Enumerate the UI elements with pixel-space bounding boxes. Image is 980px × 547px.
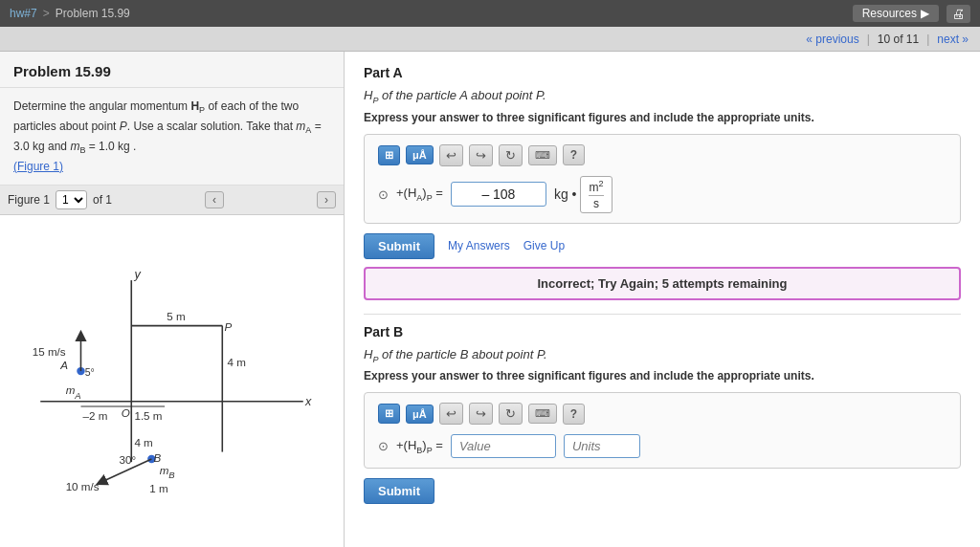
part-a-unit-display: kg • m2 s <box>554 176 612 213</box>
resources-chevron-icon: ▶ <box>921 7 929 20</box>
part-b-toolbar: ⊞ μÅ ↩ ↪ ↻ ⌨ ? <box>378 403 947 425</box>
mu-label: μÅ <box>412 149 427 161</box>
part-b-action-row: Submit <box>364 478 961 504</box>
nav-separator: > <box>43 7 50 20</box>
part-a-submit-button[interactable]: Submit <box>364 233 434 259</box>
resources-button[interactable]: Resources ▶ <box>853 5 939 22</box>
my-answers-link[interactable]: My Answers <box>448 239 510 252</box>
svg-text:m: m <box>160 463 169 475</box>
incorrect-message: Incorrect; Try Again; 5 attempts remaini… <box>364 267 961 300</box>
figure-link[interactable]: (Figure 1) <box>13 160 63 173</box>
part-a-input-row: ⊙ +(HA)P = kg • m2 s <box>378 176 947 213</box>
redo-button[interactable]: ↪ <box>469 144 493 166</box>
svg-text:B: B <box>168 470 175 480</box>
unit-numerator: m2 <box>589 179 603 196</box>
svg-text:1 m: 1 m <box>149 481 167 493</box>
part-b-matrix-button[interactable]: ⊞ <box>378 404 400 424</box>
part-b-submit-button[interactable]: Submit <box>364 478 434 504</box>
hw-link[interactable]: hw#7 <box>10 7 37 20</box>
svg-text:P: P <box>224 320 232 333</box>
figure-area: y x O 5 m P 4 m A 15 m/s <box>0 215 344 547</box>
figure-svg: y x O 5 m P 4 m A 15 m/s <box>0 215 344 547</box>
nav-problem-title: Problem 15.99 <box>56 7 130 20</box>
left-panel: Problem 15.99 Determine the angular mome… <box>0 52 345 547</box>
svg-text:m: m <box>66 383 76 396</box>
resources-label: Resources <box>862 7 917 20</box>
give-up-link[interactable]: Give Up <box>523 239 565 252</box>
part-b-mu-button[interactable]: μÅ <box>406 405 434 424</box>
part-b-keyboard-button[interactable]: ⌨ <box>528 404 557 424</box>
pagination-bar: « previous | 10 of 11 | next » <box>0 27 980 52</box>
unit-denominator: s <box>593 197 599 210</box>
part-a-label: Part A <box>364 65 961 80</box>
svg-text:x: x <box>304 395 312 408</box>
part-a-instruction: Express your answer to three significant… <box>364 111 961 124</box>
part-a-answer-box: ⊞ μÅ ↩ ↪ ↻ ⌨ ? ⊙ +(HA)P = kg • m2 <box>364 134 961 224</box>
svg-text:4 m: 4 m <box>134 436 152 449</box>
svg-text:5°: 5° <box>85 366 95 378</box>
unit-prefix: kg • <box>554 186 577 202</box>
svg-text:O: O <box>122 405 130 418</box>
figure-controls: Figure 1 1 of 1 ‹ › <box>0 186 344 215</box>
keyboard-button[interactable]: ⌨ <box>528 145 557 165</box>
part-b-undo-button[interactable]: ↩ <box>439 403 463 425</box>
svg-text:15 m/s: 15 m/s <box>33 345 66 358</box>
part-b-circle-icon: ⊙ <box>378 439 389 453</box>
part-b-answer-box: ⊞ μÅ ↩ ↪ ↻ ⌨ ? ⊙ +(HB)P = <box>364 392 961 469</box>
divider <box>364 314 961 315</box>
svg-text:1.5 m: 1.5 m <box>134 408 162 421</box>
part-b-redo-button[interactable]: ↪ <box>469 403 493 425</box>
undo-button[interactable]: ↩ <box>439 144 463 166</box>
matrix-button[interactable]: ⊞ <box>378 145 400 165</box>
part-a-value-input[interactable] <box>451 182 546 207</box>
print-icon: 🖨 <box>952 7 965 21</box>
top-nav: hw#7 > Problem 15.99 Resources ▶ 🖨 <box>0 0 980 27</box>
part-b-mu-label: μÅ <box>412 408 427 420</box>
figure-select[interactable]: 1 <box>56 190 87 209</box>
previous-link[interactable]: « previous <box>806 33 858 46</box>
part-b-input-row: ⊙ +(HB)P = <box>378 434 947 458</box>
part-b-instruction: Express your answer to three significant… <box>364 369 961 383</box>
svg-text:A: A <box>59 359 68 371</box>
svg-text:B: B <box>153 451 161 464</box>
figure-of: of 1 <box>93 193 112 207</box>
part-a-toolbar: ⊞ μÅ ↩ ↪ ↻ ⌨ ? <box>378 144 947 166</box>
svg-text:5 m: 5 m <box>167 310 185 322</box>
svg-text:30°: 30° <box>120 453 137 466</box>
refresh-button[interactable]: ↻ <box>499 144 523 166</box>
print-button[interactable]: 🖨 <box>947 5 970 23</box>
part-a-question: HP of the particle A about point P. <box>364 88 961 105</box>
circle-icon: ⊙ <box>378 187 389 202</box>
main-layout: Problem 15.99 Determine the angular mome… <box>0 52 980 547</box>
part-b-help-button[interactable]: ? <box>563 404 585 425</box>
part-b-eq-label: +(HB)P = <box>396 438 443 455</box>
svg-text:A: A <box>74 389 80 400</box>
part-b-label: Part B <box>364 324 961 339</box>
svg-text:y: y <box>133 268 141 281</box>
unit-fraction: m2 s <box>580 176 612 213</box>
figure-label: Figure 1 <box>8 193 50 207</box>
svg-text:–2 m: –2 m <box>83 408 108 421</box>
part-b-refresh-button[interactable]: ↻ <box>499 403 523 425</box>
problem-description: Determine the angular momentum HP of eac… <box>0 88 344 186</box>
page-count: 10 of 11 <box>878 33 919 46</box>
problem-header: Problem 15.99 <box>0 52 344 88</box>
part-a-eq-label: +(HA)P = <box>396 186 443 203</box>
svg-text:4 m: 4 m <box>228 355 246 367</box>
figure-next-button[interactable]: › <box>317 191 336 208</box>
part-b-value-input[interactable] <box>451 434 556 458</box>
part-a-action-row: Submit My Answers Give Up <box>364 233 961 259</box>
right-panel: Part A HP of the particle A about point … <box>345 52 980 547</box>
help-button[interactable]: ? <box>563 144 585 165</box>
svg-text:10 m/s: 10 m/s <box>66 479 100 492</box>
mu-button[interactable]: μÅ <box>406 145 434 164</box>
nav-right: Resources ▶ 🖨 <box>853 5 970 23</box>
next-link[interactable]: next » <box>937 33 969 46</box>
figure-prev-button[interactable]: ‹ <box>205 191 224 208</box>
part-b-units-input[interactable] <box>564 434 640 458</box>
part-b-question: HP of the particle B about point P. <box>364 347 961 364</box>
